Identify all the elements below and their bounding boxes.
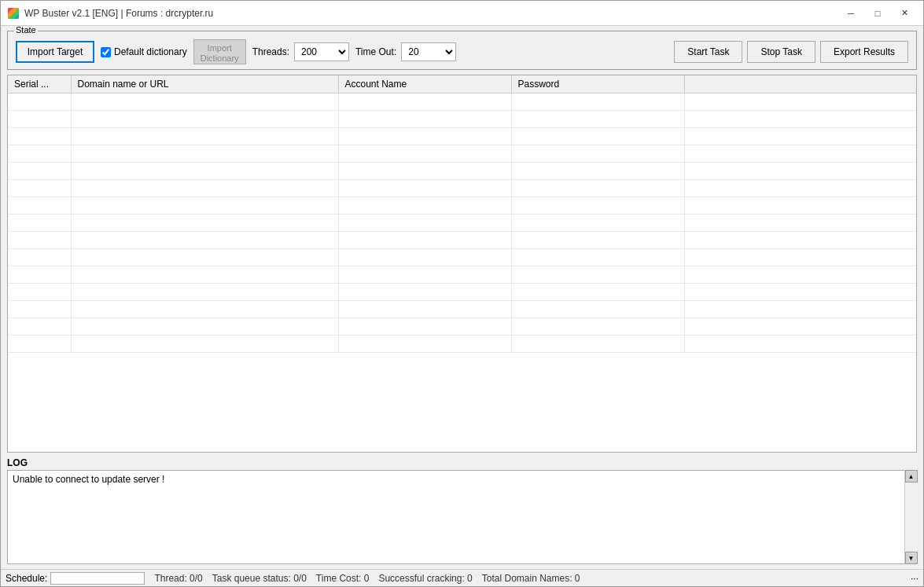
table-row	[8, 180, 916, 197]
log-content: Unable to connect to update server !	[13, 474, 164, 485]
table-row	[8, 128, 916, 145]
import-target-button[interactable]: Import Target	[16, 41, 94, 63]
scroll-track	[905, 482, 917, 552]
time-cost-status: Time Cost: 0	[316, 573, 370, 584]
log-label: LOG	[7, 457, 917, 468]
timeout-group: Time Out: 10 20 30 60	[355, 42, 456, 61]
log-box[interactable]: Unable to connect to update server !	[7, 470, 917, 564]
schedule-input[interactable]	[50, 572, 145, 585]
maximize-button[interactable]: □	[865, 6, 890, 21]
table-row	[8, 163, 916, 180]
log-section: LOG Unable to connect to update server !…	[7, 457, 917, 564]
app-icon	[7, 7, 20, 20]
default-dictionary-checkbox[interactable]	[101, 47, 111, 57]
timeout-label: Time Out:	[355, 46, 396, 57]
log-scrollbar: ▲ ▼	[904, 470, 917, 564]
import-dictionary-button: Import Dictionary	[193, 39, 246, 64]
export-results-button[interactable]: Export Results	[820, 41, 908, 63]
toolbar: Import Target Default dictionary Import …	[16, 39, 908, 64]
table-row	[8, 301, 916, 318]
col-header-extra	[684, 75, 916, 94]
threads-group: Threads: 100 200 300 400 500	[252, 42, 349, 61]
status-bar: Schedule: Thread: 0/0 Task queue status:…	[1, 569, 923, 586]
table-row	[8, 94, 916, 111]
table-row	[8, 111, 916, 128]
state-group-label: State	[14, 26, 38, 35]
titlebar-left: WP Buster v2.1 [ENG] | Forums : drcrypte…	[7, 7, 213, 20]
close-button[interactable]: ✕	[892, 6, 917, 21]
default-dictionary-text: Default dictionary	[114, 46, 187, 57]
status-schedule: Schedule:	[6, 572, 145, 585]
table-row	[8, 215, 916, 232]
scroll-up-arrow[interactable]: ▲	[905, 470, 918, 482]
action-buttons: Start Task Stop Task Export Results	[674, 41, 908, 63]
scroll-down-arrow[interactable]: ▼	[905, 552, 918, 564]
stop-task-button[interactable]: Stop Task	[747, 41, 815, 63]
log-box-wrapper: Unable to connect to update server ! ▲ ▼	[7, 470, 917, 564]
successful-cracking-status: Successful cracking: 0	[378, 573, 472, 584]
schedule-label: Schedule:	[6, 573, 47, 584]
table-row	[8, 266, 916, 284]
titlebar: WP Buster v2.1 [ENG] | Forums : drcrypte…	[1, 1, 923, 26]
table-body	[8, 94, 916, 353]
threads-label: Threads:	[252, 46, 289, 57]
start-task-button[interactable]: Start Task	[674, 41, 742, 63]
threads-select[interactable]: 100 200 300 400 500	[294, 42, 349, 61]
task-queue-status: Task queue status: 0/0	[212, 573, 307, 584]
total-domain-status: Total Domain Names: 0	[482, 573, 580, 584]
table-row	[8, 145, 916, 163]
state-group: State Import Target Default dictionary I…	[7, 31, 917, 70]
table-row	[8, 284, 916, 301]
default-dictionary-label[interactable]: Default dictionary	[101, 46, 187, 57]
table-header-row: Serial ... Domain name or URL Account Na…	[8, 75, 916, 94]
minimize-button[interactable]: ─	[838, 6, 863, 21]
titlebar-title: WP Buster v2.1 [ENG] | Forums : drcrypte…	[24, 8, 213, 19]
table-row	[8, 249, 916, 266]
timeout-select[interactable]: 10 20 30 60	[401, 42, 456, 61]
table-row	[8, 318, 916, 336]
content-area: State Import Target Default dictionary I…	[1, 26, 923, 569]
data-table-container[interactable]: Serial ... Domain name or URL Account Na…	[7, 75, 917, 453]
col-header-serial: Serial ...	[8, 75, 71, 94]
table-row	[8, 197, 916, 215]
data-table: Serial ... Domain name or URL Account Na…	[8, 75, 916, 353]
status-dots: ···	[911, 573, 918, 584]
titlebar-controls: ─ □ ✕	[838, 6, 917, 21]
col-header-password: Password	[511, 75, 684, 94]
main-window: WP Buster v2.1 [ENG] | Forums : drcrypte…	[0, 0, 924, 587]
col-header-domain: Domain name or URL	[71, 75, 338, 94]
table-row	[8, 336, 916, 353]
thread-status: Thread: 0/0	[154, 573, 202, 584]
table-row	[8, 232, 916, 249]
col-header-account: Account Name	[338, 75, 511, 94]
